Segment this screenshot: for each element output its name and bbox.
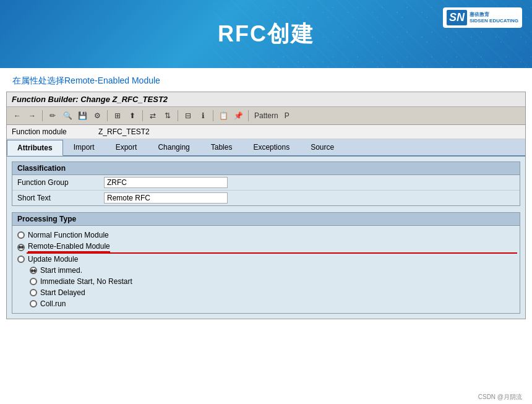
short-text-label: Short Text bbox=[17, 194, 104, 202]
subtitle-text: 在属性处选择Remote-Enabled Module bbox=[12, 75, 160, 85]
header-banner: RFC创建 SN 塞依教育 SIDSEN EDUCATING bbox=[0, 0, 532, 68]
forward-button[interactable]: → bbox=[25, 109, 39, 122]
radio-normal-function-module[interactable]: Normal Function Module bbox=[17, 230, 515, 241]
toolbar: ← → ✏ 🔍 💾 ⚙ ⊞ ⬆ ⇄ ⇅ ⊟ ℹ 📋 📌 Pattern P bbox=[7, 107, 525, 125]
processing-type-content: Normal Function Module Remote-Enabled Mo… bbox=[12, 226, 520, 313]
tab-changing[interactable]: Changing bbox=[147, 139, 200, 155]
save-button[interactable]: 💾 bbox=[75, 109, 89, 122]
radio-start-immed[interactable]: Start immed. bbox=[17, 265, 515, 276]
main-content: Classification Function Group ZRFC Short… bbox=[7, 157, 525, 319]
radio-start-immed-label: Start immed. bbox=[40, 266, 82, 275]
copy-button[interactable]: 📋 bbox=[217, 109, 230, 122]
radio-normal-icon[interactable] bbox=[17, 231, 25, 239]
link-button[interactable]: ⇅ bbox=[161, 109, 174, 122]
toolbar-separator-1 bbox=[42, 110, 43, 121]
csdn-watermark: CSDN @月阴流 bbox=[478, 393, 522, 400]
function-module-value: Z_RFC_TEST2 bbox=[98, 127, 150, 136]
radio-coll-run-icon[interactable] bbox=[30, 300, 37, 307]
toolbar-separator-4 bbox=[178, 110, 178, 121]
logo-box: SN 塞依教育 SIDSEN EDUCATING bbox=[443, 7, 522, 28]
function-module-row: Function module Z_RFC_TEST2 bbox=[7, 125, 525, 139]
logo-sn-text: SN bbox=[447, 10, 467, 25]
radio-start-delayed-icon[interactable] bbox=[30, 289, 37, 296]
subtitle-bar: 在属性处选择Remote-Enabled Module bbox=[0, 68, 532, 92]
search-button[interactable]: 🔍 bbox=[61, 109, 74, 122]
toolbar-separator-2 bbox=[107, 110, 108, 121]
processing-type-section: Processing Type Normal Function Module R… bbox=[12, 212, 520, 314]
radio-immediate-no-restart-icon[interactable] bbox=[30, 278, 37, 285]
tab-import[interactable]: Import bbox=[63, 139, 105, 155]
grid-button[interactable]: ⊟ bbox=[181, 109, 195, 122]
radio-update-label: Update Module bbox=[28, 255, 78, 264]
radio-start-delayed[interactable]: Start Delayed bbox=[17, 287, 515, 298]
radio-start-immed-icon[interactable] bbox=[30, 267, 37, 274]
logo-brand: 塞依教育 SIDSEN EDUCATING bbox=[470, 12, 518, 24]
tab-attributes[interactable]: Attributes bbox=[7, 140, 63, 156]
classification-section: Classification Function Group ZRFC Short… bbox=[12, 161, 520, 206]
radio-remote-enabled[interactable]: Remote-Enabled Module bbox=[17, 241, 515, 254]
fb-title-bar: Function Builder: Change Z_RFC_TEST2 bbox=[7, 92, 525, 107]
short-text-row: Short Text Remote RFC bbox=[12, 191, 520, 205]
pretty-label[interactable]: P bbox=[282, 111, 292, 120]
pin-button[interactable]: ⬆ bbox=[126, 109, 139, 122]
toolbar-separator-6 bbox=[248, 110, 249, 121]
tabs-bar: Attributes Import Export Changing Tables… bbox=[7, 139, 525, 157]
radio-remote-icon[interactable] bbox=[17, 244, 25, 251]
function-group-label: Function Group bbox=[17, 178, 104, 187]
pattern-label[interactable]: Pattern bbox=[252, 111, 281, 120]
fb-title: Function Builder: Change Z_RFC_TEST2 bbox=[12, 95, 168, 104]
radio-coll-run[interactable]: Coll.run bbox=[17, 298, 515, 309]
header-title: RFC创建 bbox=[218, 19, 314, 49]
radio-immediate-no-restart-label: Immediate Start, No Restart bbox=[40, 277, 132, 286]
toolbar-separator-5 bbox=[213, 110, 213, 121]
edit-button[interactable]: ✏ bbox=[46, 109, 59, 122]
move-button[interactable]: ⇄ bbox=[146, 109, 160, 122]
function-group-row: Function Group ZRFC bbox=[12, 175, 520, 191]
classification-header: Classification bbox=[12, 162, 520, 175]
function-module-label: Function module bbox=[12, 127, 98, 136]
radio-remote-label: Remote-Enabled Module bbox=[28, 242, 110, 252]
radio-start-delayed-label: Start Delayed bbox=[40, 288, 85, 297]
radio-update-module[interactable]: Update Module bbox=[17, 254, 515, 265]
settings-button[interactable]: ⚙ bbox=[90, 109, 104, 122]
tab-source[interactable]: Source bbox=[300, 139, 345, 155]
info-button[interactable]: ℹ bbox=[196, 109, 210, 122]
radio-update-icon[interactable] bbox=[17, 256, 25, 263]
paste-button[interactable]: 📌 bbox=[231, 109, 245, 122]
radio-coll-run-label: Coll.run bbox=[40, 299, 66, 308]
function-group-value: ZRFC bbox=[104, 177, 228, 188]
tab-exceptions[interactable]: Exceptions bbox=[242, 139, 300, 155]
toolbar-separator-3 bbox=[142, 110, 143, 121]
processing-type-header: Processing Type bbox=[12, 213, 520, 226]
tab-tables[interactable]: Tables bbox=[200, 139, 243, 155]
short-text-value: Remote RFC bbox=[104, 192, 228, 204]
back-button[interactable]: ← bbox=[11, 109, 24, 122]
radio-immediate-no-restart[interactable]: Immediate Start, No Restart bbox=[17, 276, 515, 287]
tab-export[interactable]: Export bbox=[105, 139, 148, 155]
radio-normal-label: Normal Function Module bbox=[28, 231, 109, 239]
hierarchy-button[interactable]: ⊞ bbox=[111, 109, 124, 122]
watermarks: CSDN @月阴流 bbox=[478, 393, 522, 402]
function-builder-container: Function Builder: Change Z_RFC_TEST2 ← →… bbox=[6, 92, 526, 319]
